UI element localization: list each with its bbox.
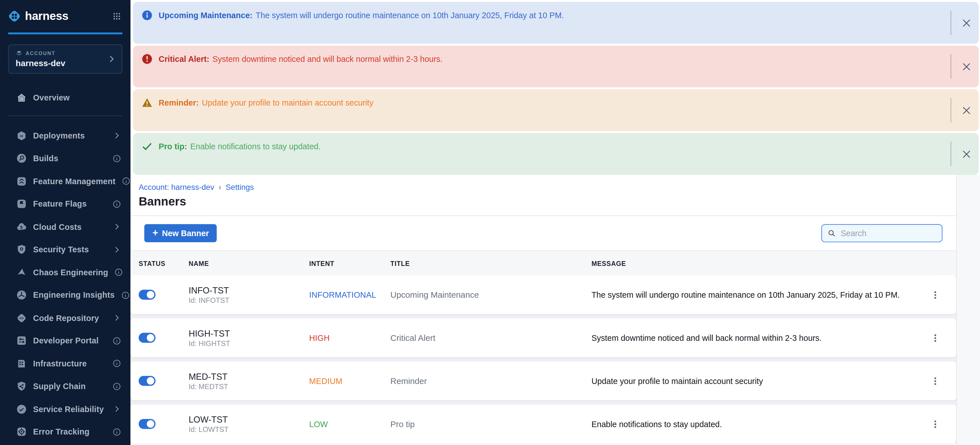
alert-banner-critical: Critical Alert:System downtime noticed a… — [133, 46, 979, 87]
close-icon[interactable] — [961, 105, 972, 116]
search-box — [821, 224, 942, 242]
breadcrumb-account-link[interactable]: Account: harness-dev — [138, 183, 214, 192]
sidebar-item-builds[interactable]: Builds — [0, 147, 130, 170]
banner-message: Enable notifications to stay updated. — [190, 141, 321, 151]
info-icon — [113, 428, 121, 436]
breadcrumb: Account: harness-dev › Settings — [130, 175, 956, 192]
sidebar-item-error-tracking[interactable]: Error Tracking — [0, 421, 130, 443]
banner-divider — [950, 54, 951, 79]
sidebar-item-security-tests[interactable]: Security Tests — [0, 238, 130, 261]
sidebar-item-label: Feature Management — [33, 176, 116, 186]
layers-icon — [16, 50, 22, 56]
info-icon — [113, 154, 121, 163]
sidebar: harness ACCOUNT harness-dev Overview ∞De… — [0, 0, 130, 445]
sidebar-item-label: Cloud Costs — [33, 222, 106, 232]
security-tests-icon — [16, 244, 27, 255]
feature-management-icon — [16, 176, 27, 186]
table-row-low-tst: LOW-TSTId: LOWTSTLOWPro tipEnable notifi… — [130, 405, 956, 443]
plus-icon: + — [153, 228, 158, 238]
banner-divider — [950, 141, 951, 166]
harness-logo-icon — [8, 10, 21, 22]
sidebar-item-cloud-costs[interactable]: $Cloud Costs — [0, 215, 130, 238]
feature-flags-icon — [16, 199, 27, 209]
table-row-med-tst: MED-TSTId: MEDTSTMEDIUMReminderUpdate yo… — [130, 362, 956, 400]
sidebar-item-label: Builds — [33, 154, 106, 163]
account-selector[interactable]: ACCOUNT harness-dev — [8, 44, 123, 73]
sidebar-item-feature-management[interactable]: Feature Management — [0, 170, 130, 192]
banner-message: System downtime noticed and will back no… — [212, 54, 442, 64]
builds-icon — [16, 153, 27, 164]
breadcrumb-separator: › — [219, 182, 221, 192]
sidebar-item-label: Service Reliability — [33, 404, 106, 414]
banner-id: Id: LOWTST — [188, 426, 309, 433]
banner-name: MED-TST — [188, 372, 309, 381]
column-header-name: NAME — [188, 259, 309, 267]
sidebar-item-label: Overview — [33, 93, 121, 102]
account-name: harness-dev — [16, 59, 106, 68]
chevron-right-icon — [113, 314, 121, 323]
chevron-right-icon — [107, 54, 116, 63]
row-menu-icon[interactable] — [930, 375, 940, 386]
status-toggle[interactable] — [138, 376, 155, 386]
apps-grid-icon[interactable] — [113, 12, 121, 21]
sidebar-item-chaos-engineering[interactable]: Chaos Engineering — [0, 261, 130, 284]
sidebar-item-developer-portal[interactable]: Developer Portal — [0, 329, 130, 352]
sidebar-item-label: Error Tracking — [33, 427, 106, 437]
deployments-icon: ∞ — [16, 130, 27, 141]
banner-name: HIGH-TST — [188, 328, 309, 338]
breadcrumb-settings-link[interactable]: Settings — [226, 183, 254, 192]
status-toggle[interactable] — [138, 333, 155, 343]
banner-table-rows: INFO-TSTId: INFOTSTINFORMATIONALUpcoming… — [130, 275, 956, 443]
banner-title: Critical Alert — [390, 333, 591, 343]
table-row-info-tst: INFO-TSTId: INFOTSTINFORMATIONALUpcoming… — [130, 275, 956, 314]
close-icon[interactable] — [961, 149, 972, 159]
logo-underline — [8, 32, 123, 34]
row-menu-icon[interactable] — [930, 419, 940, 429]
banner-title: Upcoming Maintenance — [390, 290, 591, 299]
column-header-intent: INTENT — [309, 259, 390, 267]
banner-message-cell: System downtime noticed and will back no… — [591, 333, 913, 343]
banner-label: Reminder: — [159, 98, 199, 107]
svg-text:∞: ∞ — [20, 134, 23, 138]
close-icon[interactable] — [961, 61, 972, 72]
sidebar-item-supply-chain[interactable]: Supply Chain — [0, 375, 130, 397]
new-banner-button[interactable]: + New Banner — [144, 224, 217, 242]
sidebar-item-overview[interactable]: Overview — [0, 87, 130, 109]
banner-name: INFO-TST — [188, 285, 309, 295]
info-circle-icon — [142, 10, 152, 21]
row-menu-icon[interactable] — [930, 289, 940, 300]
chevron-right-icon — [113, 245, 121, 254]
sidebar-item-feature-flags[interactable]: Feature Flags — [0, 193, 130, 215]
search-input[interactable] — [840, 228, 936, 238]
status-toggle[interactable] — [138, 290, 155, 300]
status-toggle[interactable] — [138, 419, 155, 429]
service-reliability-icon — [16, 404, 27, 414]
banner-id: Id: HIGHTST — [188, 340, 309, 347]
sidebar-item-service-reliability[interactable]: Service Reliability — [0, 397, 130, 420]
alert-circle-icon — [142, 54, 152, 64]
sidebar-item-infrastructure[interactable]: Infrastructure — [0, 352, 130, 375]
table-header: STATUS NAME INTENT TITLE MESSAGE — [130, 250, 956, 275]
close-icon[interactable] — [961, 17, 972, 28]
banner-label: Upcoming Maintenance: — [159, 11, 253, 20]
banner-label: Pro tip: — [159, 141, 187, 151]
toolbar: + New Banner — [130, 216, 956, 242]
sidebar-item-engineering-insights[interactable]: Engineering Insights — [0, 284, 130, 307]
sidebar-item-label: Infrastructure — [33, 359, 106, 368]
info-icon — [122, 177, 130, 186]
alert-banner-info: Upcoming Maintenance:The system will und… — [133, 2, 979, 44]
banner-message: Update your profile to maintain account … — [202, 98, 373, 107]
sidebar-item-code-repository[interactable]: </>Code Repository — [0, 307, 130, 329]
alert-banner-warning: Reminder:Update your profile to maintain… — [133, 89, 979, 131]
sidebar-divider — [8, 116, 123, 116]
banner-label: Critical Alert: — [159, 54, 210, 64]
chevron-right-icon — [113, 131, 121, 140]
chaos-engineering-icon — [16, 267, 27, 278]
row-menu-icon[interactable] — [930, 333, 940, 343]
sidebar-item-label: Developer Portal — [33, 336, 106, 345]
sidebar-item-deployments[interactable]: ∞Deployments — [0, 124, 130, 147]
banner-id: Id: MEDTST — [188, 383, 309, 390]
search-icon — [827, 229, 836, 237]
account-label: ACCOUNT — [16, 50, 106, 56]
sidebar-item-label: Security Tests — [33, 245, 106, 254]
